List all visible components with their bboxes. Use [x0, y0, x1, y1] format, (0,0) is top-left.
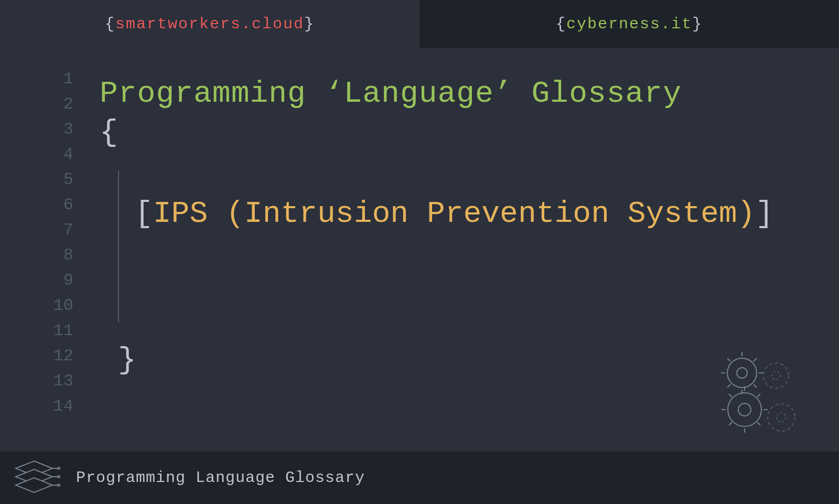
footer-title: Programming Language Glossary	[76, 469, 365, 487]
footer: Programming Language Glossary	[0, 452, 839, 504]
brace-close: }	[692, 15, 703, 33]
bracket-close: ]	[755, 197, 773, 231]
bracket-open: [	[135, 197, 153, 231]
line-number: 10	[47, 293, 73, 318]
term-text: IPS (Intrusion Prevention System)	[153, 197, 756, 231]
domain-text: smartworkers.cloud	[115, 15, 304, 33]
line-number-gutter: 1 2 3 4 5 6 7 8 9 10 11 12 13 14	[47, 67, 73, 419]
svg-point-10	[763, 363, 789, 388]
svg-marker-26	[16, 478, 52, 492]
line-number: 4	[47, 142, 73, 167]
page-title: Programming ‘Language’ Glossary	[100, 77, 839, 111]
brace-open: {	[556, 15, 566, 33]
line-number: 13	[47, 369, 73, 394]
svg-point-0	[727, 358, 757, 388]
layers-icon	[10, 457, 63, 499]
line-number: 1	[47, 67, 73, 92]
svg-line-9	[754, 358, 757, 361]
svg-line-6	[727, 358, 730, 361]
line-number: 7	[47, 218, 73, 243]
header: {smartworkers.cloud} {cyberness.it}	[0, 0, 839, 48]
term-block: [IPS (Intrusion Prevention System)]	[118, 170, 839, 323]
svg-point-11	[772, 371, 780, 380]
tab-cyberness[interactable]: {cyberness.it}	[420, 0, 839, 48]
brace-open: {	[105, 15, 115, 33]
code-content: Programming ‘Language’ Glossary { [IPS (…	[100, 67, 839, 377]
svg-line-21	[757, 394, 760, 397]
line-number: 6	[47, 192, 73, 218]
svg-line-20	[729, 422, 732, 425]
svg-point-13	[738, 403, 751, 416]
line-number: 2	[47, 92, 73, 117]
svg-line-8	[727, 384, 730, 388]
svg-line-19	[757, 422, 760, 425]
svg-point-23	[777, 413, 786, 422]
svg-point-22	[768, 404, 795, 431]
code-open-brace: {	[100, 116, 839, 149]
line-number: 8	[47, 243, 73, 268]
line-number: 5	[47, 167, 73, 192]
line-number: 12	[47, 344, 73, 369]
line-number: 9	[47, 268, 73, 293]
indent-guide	[118, 170, 119, 323]
svg-point-28	[58, 476, 60, 478]
svg-point-1	[737, 368, 747, 378]
line-number: 14	[47, 394, 73, 419]
code-editor: 1 2 3 4 5 6 7 8 9 10 11 12 13 14 Program…	[0, 48, 839, 452]
gears-icon	[713, 347, 808, 441]
brace-close: }	[304, 15, 315, 33]
domain-text: cyberness.it	[566, 15, 692, 33]
svg-point-29	[58, 484, 60, 486]
glossary-term: [IPS (Intrusion Prevention System)]	[135, 170, 773, 323]
svg-line-7	[754, 384, 757, 388]
svg-line-18	[729, 394, 732, 397]
svg-point-12	[728, 393, 761, 426]
svg-point-27	[58, 467, 60, 469]
line-number: 3	[47, 117, 73, 142]
line-number: 11	[47, 318, 73, 344]
tab-smartworkers[interactable]: {smartworkers.cloud}	[0, 0, 420, 48]
